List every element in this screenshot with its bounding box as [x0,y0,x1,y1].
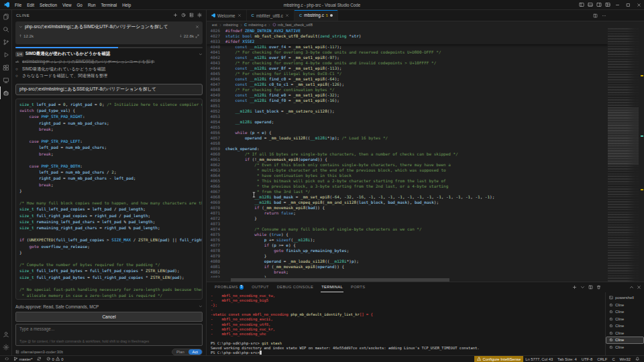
activity-search-icon[interactable] [0,23,11,36]
message-input[interactable]: Type a message... Type @ for context, / … [15,324,203,346]
line-number: 4068 [207,194,225,200]
chevron-right-icon [268,23,271,27]
terminal-output[interactable]: - mbfl_no_encoding_euc_tw,- mbfl_no_enco… [211,294,604,355]
breadcrumb-item[interactable]: mb_fast_check_utf8 [272,23,313,27]
breadcrumb-item[interactable]: ext [212,23,217,27]
menu-view[interactable]: View [60,0,74,10]
terminal-list-item[interactable]: Cline [606,337,644,344]
terminal-list-item[interactable]: Cline [606,308,644,316]
layout-panel-icon[interactable] [586,0,594,10]
panel-tab-debug-console[interactable]: DEBUG CONSOLE [273,282,317,292]
terminal-list-item[interactable]: Cline [606,316,644,323]
status-git-branch[interactable]: master* [11,356,35,362]
split-editor-icon[interactable] [593,13,598,18]
status-cursor-position[interactable]: Ln 5777, Col 43 [523,356,555,362]
editor-scrollbar[interactable] [639,28,644,282]
panel-tab-output[interactable]: OUTPUT [248,282,273,292]
minimap-slider[interactable] [608,107,639,165]
terminal-list-item[interactable]: Cline [606,302,644,309]
plan-button[interactable]: Plan [172,349,189,355]
close-task-icon[interactable] [195,25,199,29]
status-eol[interactable]: CRLF [595,356,610,362]
close-icon[interactable] [285,13,289,17]
split-icon[interactable] [588,285,593,290]
status-indentation[interactable]: Tab Size: 4 [555,356,580,362]
plus-icon[interactable] [572,285,577,290]
status-notifications[interactable] [633,356,643,362]
chevron-down-icon[interactable] [19,25,23,29]
plus-icon[interactable] [173,13,178,17]
status-language-mode[interactable]: C [610,356,617,362]
mcp-server-icon[interactable] [189,13,194,17]
menu-selection[interactable]: Selection [37,0,60,10]
panel-tab-problems[interactable]: PROBLEMS5 [211,282,248,292]
close-icon[interactable] [237,13,241,17]
activity-cline-icon[interactable] [0,86,11,99]
chevron-up-icon[interactable] [629,285,634,290]
activity-source-control-icon[interactable] [0,36,11,48]
code-editor[interactable]: 4026#ifndef ZEND_INTRIN_AVX2_NATIVE4027s… [207,28,608,282]
menu-go[interactable]: Go [74,0,85,10]
trash-icon[interactable] [596,285,601,290]
task-card[interactable]: php-srcのext/mbstringにあるSIMD化UTF-8のバリデーショ… [15,21,203,44]
menu-help[interactable]: Help [119,0,133,10]
status-problems[interactable]: 00 [44,356,65,362]
code-line: 4063 * multi-byte character at the end o… [207,168,608,173]
terminal-list-item[interactable]: Cline [606,322,644,330]
status-configure-intellisense[interactable]: Configure IntelliSense [474,356,523,362]
terminal-list-item[interactable]: Cline [606,330,644,337]
status-remote-indicator[interactable] [2,356,11,362]
status-sync-changes[interactable] [35,356,44,362]
terminal-line: - mbfl_no_encoding_euc_kr, [211,327,604,332]
chevron-down-icon[interactable] [199,52,203,56]
panel-tab-ports[interactable]: PORTS [347,282,369,292]
overview-mark [641,189,643,190]
breadcrumb-item[interactable]: mbstring [223,23,238,27]
line-number: 4067 [207,189,225,194]
minimap[interactable] [608,28,639,282]
expand-icon[interactable] [195,34,199,38]
menu-run[interactable]: Run [85,0,99,10]
tab-welcome[interactable]: Welcome [207,10,247,21]
activity-settings-icon[interactable] [0,341,11,353]
status-cpp-configuration[interactable]: Win32 [617,356,633,362]
more-actions-icon[interactable] [602,13,606,18]
customize-layout-icon[interactable] [603,0,612,10]
menu-terminal[interactable]: Terminal [98,0,119,10]
activity-run-debug-icon[interactable] [0,48,11,61]
terminal-line: - [211,308,604,312]
maximize-button[interactable] [623,0,633,10]
terminal-list-item[interactable]: powershell [606,294,644,302]
activity-account-icon[interactable] [0,328,11,341]
terminal-list-item[interactable]: Cline [606,344,644,351]
status-encoding[interactable]: UTF-8 [579,356,594,362]
activity-bar [0,10,12,355]
auto-approve-row[interactable]: Auto-approve: Read, Safe Commands, MCP [15,302,203,310]
terminal-line: - mbfl_no_encoding_utf8, [211,322,604,327]
model-selector[interactable]: ollama/qwen3-coder:30b [15,350,63,354]
activity-explorer-icon[interactable] [0,10,11,23]
activity-extensions-icon[interactable] [0,61,11,74]
layout-sidebar-left-icon[interactable] [577,0,586,10]
close-button[interactable] [633,0,644,10]
line-number: 4081 [207,264,225,269]
act-button[interactable]: Act [189,349,202,355]
chevron-down-icon[interactable] [580,285,585,290]
close-icon[interactable] [637,285,641,290]
breadcrumb-item[interactable]: Cmbstring.c [244,23,266,27]
settings-icon[interactable] [197,13,202,17]
panel-window-actions [629,282,641,292]
code-line: 4071 return false; [207,210,608,216]
history-icon[interactable] [181,13,186,17]
layout-sidebar-right-icon[interactable] [594,0,603,10]
todo-header-label: SIMD最適化が使われているかどうかを確認 [25,51,197,57]
tab-mbfilter-utf8-c[interactable]: Cmbfilter_utf8.c [247,10,294,21]
minimize-button[interactable] [612,0,623,10]
menu-file[interactable]: File [12,0,24,10]
tab-mbstring-c[interactable]: Cmbstring.c5 [294,10,338,21]
cancel-button[interactable]: Cancel [15,312,203,322]
todo-header[interactable]: 1/4 SIMD最適化が使われているかどうかを確認 [15,51,203,57]
menu-edit[interactable]: Edit [24,0,37,10]
activity-remote-explorer-icon[interactable] [0,74,11,86]
panel-tab-terminal[interactable]: TERMINAL [317,282,347,292]
